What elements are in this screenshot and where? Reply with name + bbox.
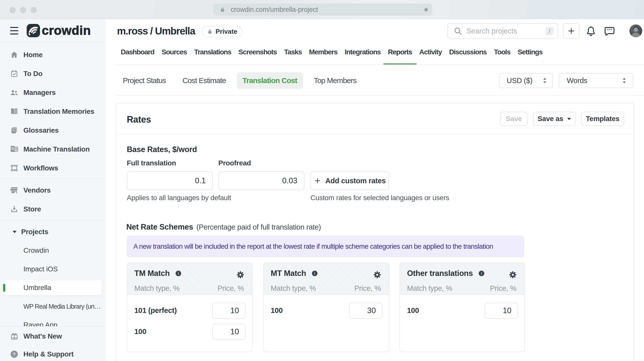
full-translation-input[interactable] bbox=[127, 171, 213, 190]
subtab-project-status[interactable]: Project Status bbox=[123, 72, 166, 89]
address-bar[interactable]: crowdin.com/umbrella-project bbox=[213, 4, 432, 16]
sidebar-item-vendors[interactable]: Vendors bbox=[0, 181, 105, 200]
sidebar-divider bbox=[0, 178, 105, 179]
select-arrows-icon bbox=[622, 77, 626, 84]
window-zoom-button[interactable] bbox=[31, 7, 37, 13]
custom-rates-hint: Custom rates for selected languages or u… bbox=[310, 194, 449, 202]
projects-list: Crowdin Impact iOS Umbrella WP Real Medi… bbox=[0, 235, 105, 326]
managers-people-icon bbox=[10, 88, 18, 97]
sidebar-item-home[interactable]: Home bbox=[0, 45, 105, 64]
sidebar-item-todo[interactable]: To Do bbox=[0, 64, 105, 83]
card-divider bbox=[116, 134, 633, 135]
window-minimize-button[interactable] bbox=[20, 7, 26, 13]
scheme-header: MT Match bbox=[264, 263, 389, 295]
price-input[interactable] bbox=[349, 303, 382, 319]
sidebar-divider bbox=[0, 220, 105, 221]
tab-reports[interactable]: Reports bbox=[388, 45, 412, 59]
menu-toggle-button[interactable] bbox=[10, 27, 18, 34]
tab-settings[interactable]: Settings bbox=[518, 45, 543, 59]
gear-icon[interactable] bbox=[236, 271, 244, 279]
svg-text:?: ? bbox=[13, 351, 16, 357]
search-input[interactable] bbox=[466, 27, 537, 35]
tab-dashboard[interactable]: Dashboard bbox=[121, 45, 154, 59]
glossaries-icon bbox=[10, 126, 18, 134]
info-icon[interactable] bbox=[175, 270, 181, 276]
tab-screenshots[interactable]: Screenshots bbox=[238, 45, 277, 59]
match-type-label: 101 (perfect) bbox=[134, 306, 177, 315]
net-rate-schemes-subheading: (Percentage paid of full translation rat… bbox=[196, 223, 321, 231]
currency-select[interactable]: USD ($) bbox=[499, 73, 553, 88]
save-button[interactable]: Save bbox=[500, 112, 528, 126]
user-avatar[interactable] bbox=[629, 24, 642, 37]
subtab-cost-estimate[interactable]: Cost Estimate bbox=[182, 72, 226, 89]
tab-activity[interactable]: Activity bbox=[419, 45, 442, 59]
tab-members[interactable]: Members bbox=[309, 45, 337, 59]
price-input[interactable] bbox=[212, 303, 246, 319]
project-item-umbrella[interactable]: Umbrella bbox=[0, 278, 105, 297]
sidebar-item-managers[interactable]: Managers bbox=[0, 83, 105, 102]
gear-icon[interactable] bbox=[509, 271, 517, 279]
sidebar-item-store[interactable]: Store bbox=[0, 200, 105, 219]
sidebar-item-workflows[interactable]: Workflows bbox=[0, 159, 105, 177]
sidebar-item-machine-translation[interactable]: G Machine Translation bbox=[0, 140, 105, 159]
notifications-button[interactable] bbox=[585, 25, 596, 38]
full-translation-label: Full translation bbox=[127, 159, 176, 167]
unit-select[interactable]: Words bbox=[559, 73, 633, 88]
tab-discussions[interactable]: Discussions bbox=[449, 45, 487, 59]
proofread-input[interactable] bbox=[218, 171, 304, 190]
lowest-rate-notice: A new translation will be included in th… bbox=[127, 236, 524, 257]
rates-title: Rates bbox=[127, 114, 151, 125]
translation-memories-book-icon bbox=[10, 107, 18, 116]
project-item-raven-app[interactable]: Raven App bbox=[0, 316, 105, 326]
crowdin-logo-icon[interactable] bbox=[27, 24, 40, 37]
project-item-crowdin[interactable]: Crowdin bbox=[0, 241, 105, 260]
save-as-button[interactable]: Save as bbox=[533, 112, 576, 126]
match-type-label: 100 bbox=[271, 306, 283, 315]
active-project-indicator bbox=[3, 284, 5, 292]
add-custom-rates-button[interactable]: Add custom rates bbox=[310, 171, 389, 190]
templates-button[interactable]: Templates bbox=[581, 112, 624, 126]
lock-icon bbox=[220, 7, 225, 13]
bookmark-star-icon[interactable] bbox=[423, 7, 429, 12]
workflows-icon bbox=[10, 164, 18, 172]
sidebar-item-help-support[interactable]: ? Help & Support bbox=[0, 345, 105, 361]
create-project-button[interactable] bbox=[563, 23, 580, 39]
project-item-impact-ios[interactable]: Impact iOS bbox=[0, 260, 105, 278]
project-item-wp-real-media-library[interactable]: WP Real Media Library (un… bbox=[0, 297, 105, 316]
chevron-down-icon bbox=[567, 118, 571, 120]
price-input[interactable] bbox=[485, 303, 518, 319]
subtab-top-members[interactable]: Top Members bbox=[314, 72, 356, 89]
tab-tasks[interactable]: Tasks bbox=[284, 45, 302, 59]
proofread-label: Proofread bbox=[218, 159, 251, 167]
whats-new-gift-icon bbox=[10, 332, 18, 340]
tab-tools[interactable]: Tools bbox=[494, 45, 510, 59]
subtab-translation-cost[interactable]: Translation Cost bbox=[237, 72, 303, 89]
vendors-storefront-icon bbox=[10, 186, 18, 194]
plus-icon bbox=[314, 177, 321, 185]
price-input[interactable] bbox=[212, 324, 246, 340]
tab-sources[interactable]: Sources bbox=[162, 45, 187, 59]
sidebar-item-whats-new[interactable]: What's New bbox=[0, 327, 105, 346]
tab-integrations[interactable]: Integrations bbox=[345, 45, 381, 59]
todo-calendar-icon bbox=[10, 69, 18, 78]
window-close-button[interactable] bbox=[10, 7, 16, 13]
sidebar: crowdin Home To Do bbox=[0, 19, 105, 361]
rates-card: Rates Save Save as Templates Base Rates,… bbox=[116, 103, 634, 361]
column-price: Price, % bbox=[354, 284, 381, 293]
gear-icon[interactable] bbox=[373, 271, 381, 279]
sidebar-item-translation-memories[interactable]: Translation Memories bbox=[0, 102, 105, 121]
chat-icon bbox=[604, 25, 615, 37]
scheme-header: Other translations bbox=[400, 263, 525, 295]
info-icon[interactable] bbox=[478, 270, 485, 276]
crowdin-wordmark[interactable]: crowdin bbox=[42, 24, 91, 37]
app-window: crowdin.com/umbrella-project crowdin Hom… bbox=[0, 0, 644, 361]
tab-translations[interactable]: Translations bbox=[194, 45, 231, 59]
info-icon[interactable] bbox=[312, 270, 318, 276]
column-price: Price, % bbox=[217, 284, 244, 293]
scheme-header: TM Match bbox=[127, 263, 252, 295]
sidebar-item-glossaries[interactable]: Glossaries bbox=[0, 121, 105, 140]
tabs-divider bbox=[116, 64, 644, 65]
messages-button[interactable] bbox=[604, 25, 615, 38]
match-type-label: 100 bbox=[134, 328, 146, 336]
scheme-title: MT Match bbox=[271, 269, 306, 278]
